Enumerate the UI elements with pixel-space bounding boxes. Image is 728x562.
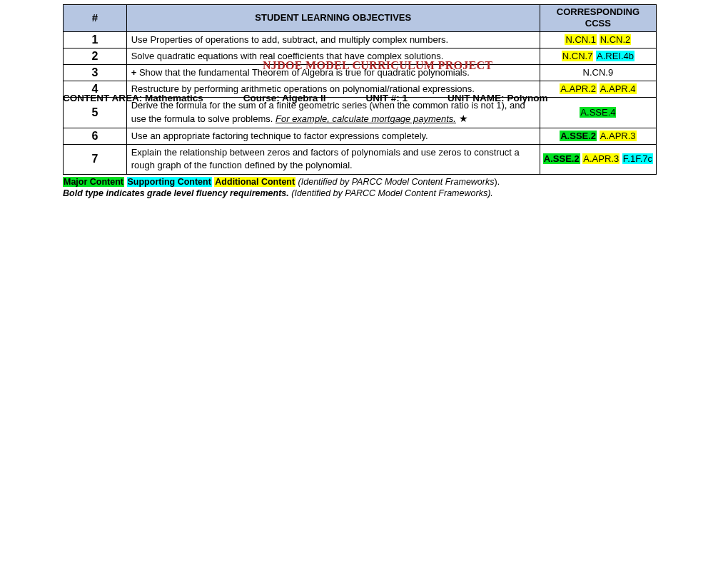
- row-ccss: N.CN.7 A.REI.4b: [540, 48, 656, 64]
- row-obj: Explain the relationship between zeros a…: [126, 145, 540, 174]
- row-ccss: A.SSE.2 A.APR.3 F.1F.7c: [540, 145, 656, 174]
- objectives-table: # STUDENT LEARNING OBJECTIVES CORRESPOND…: [63, 4, 657, 175]
- table-row: 7 Explain the relationship between zeros…: [64, 145, 657, 174]
- row-num: 3: [64, 64, 127, 81]
- legend-block: Major Content Supporting Content Additio…: [63, 176, 728, 200]
- row-obj: Use an appropriate factoring technique t…: [126, 128, 540, 145]
- legend-bold-line: Bold type indicates grade level fluency …: [63, 188, 289, 198]
- row-num: 7: [64, 145, 127, 174]
- row-num: 6: [64, 128, 127, 145]
- row-ccss: A.SSE.2 A.APR.3: [540, 128, 656, 145]
- header-num: #: [64, 5, 127, 32]
- header-ccss: CORRESPONDINGCCSS: [540, 5, 656, 32]
- legend-ident: (Identified by PARCC Model Content Frame…: [295, 177, 494, 187]
- row-obj: Use Properties of operations to add, sub…: [126, 31, 540, 48]
- header-obj: STUDENT LEARNING OBJECTIVES: [126, 5, 540, 32]
- row-ccss: N.CN.9: [540, 64, 656, 81]
- overlay-info-abs: CONTENT AREA: Mathematics Course: Algebr…: [63, 93, 657, 103]
- row-num: 1: [64, 31, 127, 48]
- legend-supporting: Supporting Content: [127, 177, 212, 187]
- row-ccss: N.CN.1 N.CN.2: [540, 31, 656, 48]
- row-num: 2: [64, 48, 127, 64]
- table-row: 6 Use an appropriate factoring technique…: [64, 128, 657, 145]
- legend-additional: Additional Content: [214, 177, 295, 187]
- table-row: 1 Use Properties of operations to add, s…: [64, 31, 657, 48]
- legend-major: Major Content: [63, 177, 124, 187]
- overlay-title-abs: NJDOE MODEL CURRICULUM PROJECT: [263, 59, 492, 72]
- legend-ident2: (Identified by PARCC Model Content Frame…: [289, 188, 493, 198]
